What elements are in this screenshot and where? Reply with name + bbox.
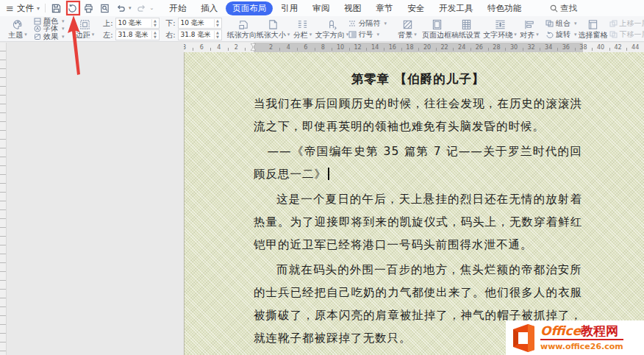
text-wrap-label: 文字环绕 xyxy=(483,31,517,39)
manuscript-paper-icon xyxy=(461,19,472,30)
document-title: 第零章 【伯爵的儿子】 xyxy=(254,71,582,88)
group-button[interactable]: 组合 xyxy=(545,20,577,27)
effects-button[interactable]: 效果 xyxy=(34,33,65,40)
vertical-ruler[interactable] xyxy=(0,43,7,355)
hamburger-menu-icon[interactable]: ≡ xyxy=(6,3,14,14)
ruler-tick xyxy=(210,48,211,51)
paper-orientation-label: 纸张方向 xyxy=(227,31,261,39)
customize-toolbar-icon[interactable]: ⌄ xyxy=(149,5,154,11)
paper-size-icon xyxy=(268,19,279,30)
tab-section[interactable]: 章节 xyxy=(369,1,399,15)
stepper-arrows-icon[interactable]: ▲▼ xyxy=(151,31,159,39)
print-icon[interactable] xyxy=(83,3,94,14)
horizontal-ruler[interactable]: 8642246810121416182022242628303234363840… xyxy=(184,43,644,53)
line-numbers-button[interactable]: 行号 xyxy=(348,31,387,38)
ruler-tick xyxy=(557,48,558,51)
watermark-title: Office教程网 xyxy=(540,325,623,340)
tab-security[interactable]: 安全 xyxy=(401,1,431,15)
theme-palette-icon xyxy=(12,19,24,30)
ruler-tick xyxy=(349,48,350,51)
breaks-button[interactable]: 分隔符 xyxy=(348,20,387,27)
send-backward-button[interactable]: 下移一层 xyxy=(609,31,644,38)
undo-caret-icon[interactable]: ▾ xyxy=(129,5,132,11)
bring-forward-button[interactable]: 上移一层 xyxy=(609,20,644,27)
ruler-tick xyxy=(315,48,315,51)
ruler-tick xyxy=(401,48,402,51)
ruler-number: 30 xyxy=(510,43,518,51)
rotate-icon xyxy=(545,31,554,38)
manuscript-paper-label: 稿纸设置 xyxy=(451,31,481,39)
paper-size-label: 纸张大小 xyxy=(257,31,290,39)
margin-bottom-field: 下: 10 毫米▲▼ xyxy=(165,18,222,29)
selection-pane-button[interactable]: 选择窗格 xyxy=(579,18,608,40)
ruler-tick xyxy=(540,48,540,51)
align-icon xyxy=(524,19,535,30)
first-line-indent-marker[interactable] xyxy=(251,43,256,51)
undo-icon[interactable] xyxy=(115,3,126,14)
rotate-button[interactable]: 旋转 xyxy=(545,31,577,38)
stepper-arrows-icon[interactable]: ▲▼ xyxy=(214,31,221,39)
redo-icon[interactable] xyxy=(136,3,147,14)
ruler-number: 4 xyxy=(217,43,221,51)
document-page[interactable]: 第零章 【伯爵的儿子】 当我们在事后回顾历史的时候，往往会发现，在历史的滚滚洪流… xyxy=(184,52,644,355)
margin-right-input[interactable]: 31.8 毫米▲▼ xyxy=(178,29,222,40)
margin-bottom-input[interactable]: 10 毫米▲▼ xyxy=(178,18,222,29)
tab-dev-tools[interactable]: 开发工具 xyxy=(432,1,479,15)
ruler-tick xyxy=(592,48,593,51)
quick-access-toolbar: ▾ ⌄ xyxy=(51,3,154,14)
ruler-tick xyxy=(366,48,367,51)
background-button[interactable]: 背景 xyxy=(393,18,422,40)
search-label: 查找 xyxy=(560,3,577,14)
margin-left-input[interactable]: 31.8 毫米▲▼ xyxy=(115,29,160,40)
fonts-icon xyxy=(34,25,41,32)
selection-pane-label: 选择窗格 xyxy=(579,31,608,39)
colors-icon xyxy=(34,18,41,25)
background-icon xyxy=(402,19,413,30)
paper-orientation-button[interactable]: 纸张方向 xyxy=(229,18,259,40)
align-button[interactable]: 对齐 xyxy=(515,18,544,40)
effects-icon xyxy=(34,33,41,40)
ruler-number: 32 xyxy=(528,43,535,51)
tab-review[interactable]: 审阅 xyxy=(306,1,336,15)
margin-top-input[interactable]: 10 毫米▲▼ xyxy=(115,18,160,29)
columns-button[interactable]: 分栏 xyxy=(288,18,318,40)
search-icon xyxy=(550,4,558,12)
ruler-number: 8 xyxy=(321,43,325,51)
ruler-tick xyxy=(575,48,576,51)
tab-view[interactable]: 视图 xyxy=(337,1,368,15)
tab-references[interactable]: 引用 xyxy=(274,1,304,15)
text-wrap-button[interactable]: 文字环绕 xyxy=(485,18,515,40)
fonts-button[interactable]: 字体 xyxy=(34,25,65,32)
theme-label: 主题 xyxy=(8,31,27,39)
manuscript-paper-button[interactable]: 稿纸设置 xyxy=(451,18,481,40)
paper-orientation-icon xyxy=(238,19,249,30)
ruler-tick xyxy=(279,48,280,51)
ruler-tick xyxy=(384,48,384,51)
tab-insert[interactable]: 插入 xyxy=(194,1,224,15)
ruler-number: 4 xyxy=(287,43,290,51)
ruler-tick xyxy=(418,48,419,51)
ruler-number: 40 xyxy=(597,43,604,51)
page-border-button[interactable]: 页面边框 xyxy=(422,18,451,40)
text-direction-button[interactable]: 文字方向 xyxy=(318,18,347,40)
margins-button[interactable]: 边距 xyxy=(71,18,100,40)
tab-special-features[interactable]: 特色功能 xyxy=(481,1,528,15)
save-icon[interactable] xyxy=(51,3,62,14)
ruler-number: 6 xyxy=(304,43,307,51)
search-control[interactable]: 查找 xyxy=(550,3,577,14)
paper-size-button[interactable]: 纸张大小 xyxy=(259,18,288,40)
print-preview-icon[interactable] xyxy=(99,3,110,14)
theme-options-column: 颜色 字体 效果 xyxy=(32,18,66,40)
paragraph: 当我们在事后回顾历史的时候，往往会发现，在历史的滚滚洪流之下，即使再英明的领袖也… xyxy=(254,93,582,138)
theme-button[interactable]: 主题 xyxy=(3,18,32,40)
tab-page-layout[interactable]: 页面布局 xyxy=(226,1,273,15)
document-text-area[interactable]: 第零章 【伯爵的儿子】 当我们在事后回顾历史的时候，往往会发现，在历史的滚滚洪流… xyxy=(254,52,582,355)
file-menu[interactable]: 文件 xyxy=(17,3,34,14)
bring-forward-icon xyxy=(609,20,618,27)
tab-home[interactable]: 开始 xyxy=(162,1,193,15)
export-pdf-icon[interactable] xyxy=(67,3,78,14)
stepper-arrows-icon[interactable]: ▲▼ xyxy=(214,19,221,27)
send-backward-icon xyxy=(609,31,618,38)
file-menu-caret-icon[interactable]: ▾ xyxy=(37,5,40,12)
stepper-arrows-icon[interactable]: ▲▼ xyxy=(151,19,159,27)
